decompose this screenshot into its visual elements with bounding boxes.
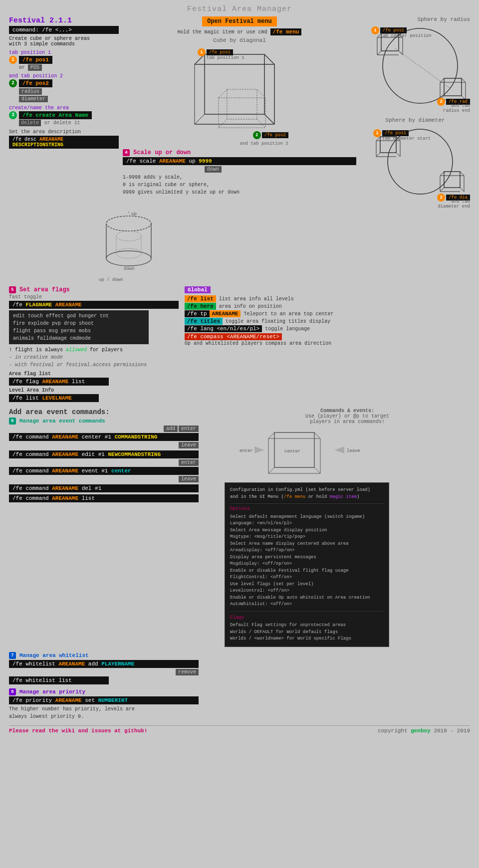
global-lang-cmd: /fe lang <en/nl/es/pl> toggle language [185,325,470,332]
svg-text:enter: enter [240,448,253,453]
global-compass-cmd: /fe compass <AREANAME/reset> [185,333,470,340]
scale-header: 4 Scale up or down [123,149,356,156]
sphere-diameter-title: Sphere by diameter [360,117,470,123]
global-section: Global /fe list list area info all level… [185,286,470,403]
svg-line-70 [314,433,320,438]
scale-cmd: /fe scale AREANAME up 9999 [123,157,356,165]
svg-line-51 [460,188,464,192]
event-cmd5: /fe command AREANAME list [9,494,199,502]
center-section: Open Festival menu Hold the magic item o… [123,16,356,196]
step3-label: create/name the area [9,105,119,111]
scale-num: 4 [123,149,130,156]
svg-point-64 [116,231,141,241]
config-flags: Default Flag settings for unprotected ar… [230,622,384,643]
priority-label: Manage area priority [19,689,85,695]
svg-line-56 [440,188,444,192]
svg-line-50 [460,172,464,176]
event-cube-svg: enter center leave [225,428,374,477]
footer-years: 2018 - 2019 [434,728,470,734]
events-title: Add area event commands: [9,408,219,416]
flags-label: Set area flags [19,286,70,293]
open-menu-btn[interactable]: Open Festival menu [202,16,277,26]
svg-line-12 [257,119,265,128]
cylinder-svg: up down [99,211,159,276]
priority-num: 8 [9,688,16,695]
events-label: Manage area event commands [19,418,105,424]
cube-diagram: 1 /fe pos1 tab position 1 2 /fe pos2 and… [190,44,289,144]
events-header: 6 Manage area event commands [9,418,219,425]
global-here-cmd: /fe here area info on position [185,303,470,310]
festival-tagline: Create cube or sphere areas with 3 simpl… [9,36,119,47]
scale-down-row: down [123,166,356,173]
svg-line-71 [314,467,320,473]
commands-note: Commands & events: Use {player} or @p to… [225,408,470,425]
cylinder-diagram: up down up / down [99,211,189,282]
sphere-radius-title: Sphere by radius [360,16,470,22]
fast-toggle-label: fast toggle [9,294,179,300]
step2-badge: 2 [9,79,17,87]
svg-line-49 [440,172,444,176]
svg-line-10 [219,89,227,98]
flags-notes: ! flight is always allowed for players -… [9,346,179,369]
sphere-diameter-diagram: 1 /fe pos1 tab diameter start 2 /fe dia … [370,124,470,204]
svg-line-40 [376,137,380,141]
svg-line-42 [396,153,400,157]
step1-label: tab position 1 [9,50,119,55]
flags-num: 5 [9,286,16,293]
global-compass-desc: Op and whitelisted players compass area … [185,341,470,346]
svg-text:leave: leave [347,448,360,453]
step3-badge: 3 [9,111,17,119]
svg-line-76 [268,467,274,473]
svg-text:up: up [131,212,137,217]
scale-label: Scale up or down [133,149,191,156]
svg-marker-77 [254,446,264,453]
whitelist-section: 7 Manage area whitelist /fe whitelist AR… [9,652,470,684]
flags-section: 5 Set area flags fast toggle /fe FLAGNAM… [9,286,179,403]
whitelist-remove-btn: remove [9,669,199,675]
svg-point-60 [106,251,151,266]
scale-cylinder-row: up down up / down [9,211,470,282]
footer: Please read the wiki and issues at githu… [9,725,470,734]
global-list-cmd: /fe list list area info all levels [185,295,470,302]
whitelist-num: 7 [9,652,16,659]
step2-label: and tab position 2 [9,73,119,79]
svg-text:down: down [124,266,135,271]
step1-or: or POS [19,64,119,71]
svg-line-30 [462,78,466,82]
whitelist-cmd1: /fe whitelist AREANAME add PLAYERNAME [9,660,199,668]
cube-title: Cube by diagonal [213,37,266,43]
svg-text:center: center [284,449,300,454]
flags-cmd: /fe FLAGNAME AREANAME [9,301,179,309]
step1-cmd-row: 1 /fe pos1 [9,56,119,64]
footer-left: Please read the wiki and issues at githu… [9,728,147,734]
config-flags-header: Flags [230,614,384,622]
cube-pos2: 2 /fe pos2 [253,131,288,139]
event-cmd2: /fe command AREANAME edit #1 NEWCOMMANDS… [9,450,199,458]
svg-point-57 [106,216,151,231]
flags-header: 5 Set area flags [9,286,179,293]
whitelist-label: Manage area whitelist [19,652,89,658]
festival-command: command: /fe <...> [9,26,119,34]
events-num: 6 [9,418,16,425]
sphere-section: Sphere by radius [360,16,470,204]
festival-info: Festival 2.1.1 command: /fe <...> Create… [9,16,119,150]
svg-line-47 [376,153,380,157]
desc-cmd: /fe desc AREANAME DESCRIPTIONSTRING [9,136,119,149]
footer-brand: genboy [411,728,431,734]
step2-options: radius diameter [19,88,119,103]
flags-row: 5 Set area flags fast toggle /fe FLAGNAM… [9,286,470,403]
svg-point-67 [116,248,141,258]
priority-header: 8 Manage area priority [9,688,470,695]
cube-tab2: and tab position 2 [240,141,288,146]
hold-text: Hold the magic item or use cmd /fe menu [178,28,302,35]
events-right: Commands & events: Use {player} or @p to… [225,408,470,647]
svg-line-2 [264,54,274,64]
page-container: Festival Area Manager Festival 2.1.1 com… [0,0,479,739]
priority-cmd: /fe priority AREANAME set NUMBERINT [9,696,199,704]
event-leave-btn: leave [9,442,199,448]
sphere-tab1: tab center position [380,33,432,38]
flags-list: edit touch effect god hunger tnt fire ex… [9,310,149,344]
config-box: Configuration in Config.yml (set before … [225,482,389,647]
event-cmd1: /fe command AREANAME center #1 COMMANDST… [9,433,199,441]
global-label: Global [185,286,211,293]
